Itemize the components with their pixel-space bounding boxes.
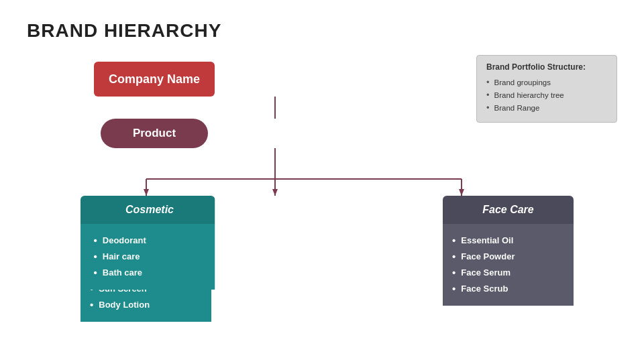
- list-item: Face Serum: [452, 264, 563, 280]
- cosmetic-card: Cosmetic Deodorant Hair care Bath care: [85, 196, 215, 290]
- list-item: Hair care: [94, 248, 205, 264]
- face-care-card: Face Care Essential Oil Face Powder Face…: [443, 196, 574, 306]
- list-item: Bath care: [94, 264, 205, 280]
- face-care-header: Face Care: [443, 196, 574, 224]
- list-item: Face Scrub: [452, 280, 563, 296]
- face-care-list: Essential Oil Face Powder Face Serum Fac…: [452, 232, 563, 296]
- face-care-body: Essential Oil Face Powder Face Serum Fac…: [443, 224, 574, 306]
- svg-marker-8: [459, 189, 464, 196]
- info-box-item: Brand groupings: [486, 76, 607, 88]
- svg-marker-7: [272, 189, 278, 196]
- page-title: BRAND HIERARCHY: [27, 20, 617, 42]
- product-label: Product: [133, 127, 176, 140]
- info-box-item: Brand hierarchy tree: [486, 88, 607, 101]
- company-name-box: Company Name: [94, 62, 215, 97]
- face-care-title: Face Care: [482, 204, 534, 215]
- svg-marker-6: [144, 189, 149, 196]
- product-box: Product: [101, 119, 208, 148]
- diagram-area: Brand Portfolio Structure: Brand groupin…: [27, 55, 617, 362]
- cosmetic-header: Cosmetic: [85, 196, 215, 224]
- info-box-title: Brand Portfolio Structure:: [486, 62, 607, 72]
- cosmetic-list: Deodorant Hair care Bath care: [94, 232, 205, 280]
- info-box-list: Brand groupings Brand hierarchy tree Bra…: [486, 76, 607, 114]
- page: BRAND HIERARCHY Brand Portfolio Structur…: [0, 0, 644, 362]
- list-item: Essential Oil: [452, 232, 563, 248]
- company-name-label: Company Name: [109, 72, 200, 86]
- cosmetic-body: Deodorant Hair care Bath care: [85, 224, 215, 290]
- list-item: Face Powder: [452, 248, 563, 264]
- list-item: Body Lotion: [90, 296, 201, 312]
- info-box-item: Brand Range: [486, 101, 607, 114]
- list-item: Deodorant: [94, 232, 205, 248]
- cosmetic-title: Cosmetic: [125, 204, 174, 215]
- info-box: Brand Portfolio Structure: Brand groupin…: [476, 55, 617, 123]
